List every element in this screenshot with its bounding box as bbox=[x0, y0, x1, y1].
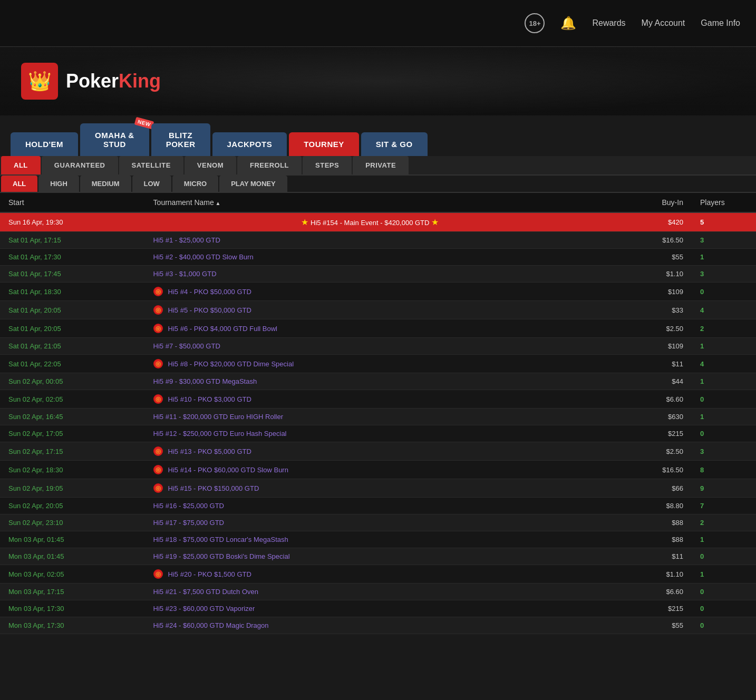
cell-buyin: $2.50 bbox=[595, 442, 692, 461]
tab-tourney[interactable]: TOURNEY bbox=[289, 132, 359, 156]
table-row[interactable]: Sat 01 Apr, 21:05Hi5 #7 - $50,000 GTD$10… bbox=[0, 338, 756, 355]
subtab-venom[interactable]: VENOM bbox=[185, 156, 236, 174]
table-row[interactable]: Mon 03 Apr, 17:15Hi5 #21 - $7,500 GTD Du… bbox=[0, 584, 756, 600]
table-row[interactable]: Sat 01 Apr, 17:30Hi5 #2 - $40,000 GTD Sl… bbox=[0, 249, 756, 266]
rewards-link[interactable]: Rewards bbox=[592, 18, 625, 28]
cell-players: 0 bbox=[692, 548, 756, 565]
cell-name: Hi5 #5 - PKO $50,000 GTD bbox=[145, 301, 595, 319]
cell-start: Sun 02 Apr, 02:05 bbox=[0, 390, 145, 409]
tournament-table: Start Tournament Name Buy-In Players Sun… bbox=[0, 193, 756, 634]
tab-sitgo[interactable]: SIT & GO bbox=[361, 132, 428, 156]
table-row[interactable]: Sat 01 Apr, 17:45Hi5 #3 - $1,000 GTD$1.1… bbox=[0, 266, 756, 283]
cell-buyin: $11 bbox=[595, 355, 692, 373]
cell-start: Sat 01 Apr, 17:45 bbox=[0, 266, 145, 283]
table-row[interactable]: Sun 02 Apr, 00:05Hi5 #9 - $30,000 GTD Me… bbox=[0, 373, 756, 390]
subtab-guaranteed[interactable]: GUARANTEED bbox=[42, 156, 118, 174]
cell-buyin: $2.50 bbox=[595, 319, 692, 338]
subtab-private[interactable]: PRIVATE bbox=[353, 156, 409, 174]
table-row[interactable]: Sun 02 Apr, 17:15Hi5 #13 - PKO $5,000 GT… bbox=[0, 442, 756, 461]
cell-start: Sun 02 Apr, 18:30 bbox=[0, 461, 145, 479]
subtab-all[interactable]: ALL bbox=[1, 156, 41, 174]
stakes-medium[interactable]: MEDIUM bbox=[80, 176, 131, 192]
cell-buyin: $215 bbox=[595, 425, 692, 442]
tab-holdem[interactable]: HOLD'EM bbox=[11, 132, 78, 156]
cell-name: Hi5 #18 - $75,000 GTD Loncar's MegaStash bbox=[145, 531, 595, 548]
cell-buyin: $16.50 bbox=[595, 461, 692, 479]
table-row[interactable]: Sun 02 Apr, 18:30Hi5 #14 - PKO $60,000 G… bbox=[0, 461, 756, 479]
cell-players: 0 bbox=[692, 600, 756, 617]
table-row[interactable]: Sun 02 Apr, 19:05Hi5 #15 - PKO $150,000 … bbox=[0, 479, 756, 498]
tab-blitz[interactable]: BLITZPOKER bbox=[151, 123, 210, 156]
tab-omaha[interactable]: OMAHA &STUD NEW bbox=[80, 123, 149, 156]
pko-icon bbox=[153, 394, 163, 404]
cell-start: Mon 03 Apr, 01:45 bbox=[0, 548, 145, 565]
table-row[interactable]: Sat 01 Apr, 20:05Hi5 #6 - PKO $4,000 GTD… bbox=[0, 319, 756, 338]
cell-players: 0 bbox=[692, 390, 756, 409]
cell-name: Hi5 #4 - PKO $50,000 GTD bbox=[145, 283, 595, 301]
cell-players: 8 bbox=[692, 461, 756, 479]
cell-start: Mon 03 Apr, 01:45 bbox=[0, 531, 145, 548]
cell-name: Hi5 #14 - PKO $60,000 GTD Slow Burn bbox=[145, 461, 595, 479]
cell-start: Sun 02 Apr, 20:05 bbox=[0, 498, 145, 514]
cell-name: Hi5 #7 - $50,000 GTD bbox=[145, 338, 595, 355]
table-row[interactable]: Sat 01 Apr, 18:30Hi5 #4 - PKO $50,000 GT… bbox=[0, 283, 756, 301]
stakes-high[interactable]: HIGH bbox=[38, 176, 79, 192]
subtab-freeroll[interactable]: FREEROLL bbox=[237, 156, 302, 174]
cell-start: Sun 02 Apr, 19:05 bbox=[0, 479, 145, 498]
cell-buyin: $109 bbox=[595, 283, 692, 301]
pko-icon bbox=[153, 569, 163, 579]
stakes-micro[interactable]: MICRO bbox=[172, 176, 218, 192]
logo: 👑 PokerKing bbox=[21, 63, 161, 100]
cell-buyin: $109 bbox=[595, 338, 692, 355]
tab-jackpots[interactable]: JACKPOTS bbox=[212, 132, 287, 156]
table-row[interactable]: Sat 01 Apr, 22:05Hi5 #8 - PKO $20,000 GT… bbox=[0, 355, 756, 373]
cell-buyin: $6.60 bbox=[595, 584, 692, 600]
table-row[interactable]: Sat 01 Apr, 17:15Hi5 #1 - $25,000 GTD$16… bbox=[0, 232, 756, 249]
table-row[interactable]: Mon 03 Apr, 17:30Hi5 #23 - $60,000 GTD V… bbox=[0, 600, 756, 617]
cell-players: 5 bbox=[692, 212, 756, 232]
my-account-link[interactable]: My Account bbox=[642, 18, 685, 28]
table-row[interactable]: Sun 02 Apr, 16:45Hi5 #11 - $200,000 GTD … bbox=[0, 409, 756, 425]
stakes-all[interactable]: ALL bbox=[1, 176, 37, 192]
cell-start: Sun 02 Apr, 16:45 bbox=[0, 409, 145, 425]
cell-players: 1 bbox=[692, 565, 756, 584]
cell-start: Sat 01 Apr, 20:05 bbox=[0, 319, 145, 338]
stakes-low[interactable]: LOW bbox=[132, 176, 171, 192]
cell-name: Hi5 #9 - $30,000 GTD MegaStash bbox=[145, 373, 595, 390]
cell-start: Mon 03 Apr, 17:30 bbox=[0, 600, 145, 617]
cell-buyin: $44 bbox=[595, 373, 692, 390]
cell-name: Hi5 #17 - $75,000 GTD bbox=[145, 514, 595, 531]
cell-start: Sat 01 Apr, 18:30 bbox=[0, 283, 145, 301]
main-game-tabs: HOLD'EM OMAHA &STUD NEW BLITZPOKER JACKP… bbox=[0, 115, 756, 156]
cell-name: Hi5 #2 - $40,000 GTD Slow Burn bbox=[145, 249, 595, 266]
table-row[interactable]: Sat 01 Apr, 20:05Hi5 #5 - PKO $50,000 GT… bbox=[0, 301, 756, 319]
cell-name: Hi5 #1 - $25,000 GTD bbox=[145, 232, 595, 249]
cell-name: Hi5 #15 - PKO $150,000 GTD bbox=[145, 479, 595, 498]
table-row[interactable]: Sun 02 Apr, 02:05Hi5 #10 - PKO $3,000 GT… bbox=[0, 390, 756, 409]
subtab-steps[interactable]: STEPS bbox=[303, 156, 352, 174]
cell-players: 1 bbox=[692, 249, 756, 266]
header-name[interactable]: Tournament Name bbox=[145, 193, 595, 212]
cell-players: 2 bbox=[692, 319, 756, 338]
game-info-link[interactable]: Game Info bbox=[701, 18, 740, 28]
table-row[interactable]: Sun 16 Apr, 19:30★ Hi5 #154 - Main Event… bbox=[0, 212, 756, 232]
cell-name: Hi5 #11 - $200,000 GTD Euro HIGH Roller bbox=[145, 409, 595, 425]
cell-buyin: $630 bbox=[595, 409, 692, 425]
notifications-bell-icon[interactable]: 🔔 bbox=[560, 16, 576, 31]
table-row[interactable]: Sun 02 Apr, 17:05Hi5 #12 - $250,000 GTD … bbox=[0, 425, 756, 442]
table-row[interactable]: Sun 02 Apr, 23:10Hi5 #17 - $75,000 GTD$8… bbox=[0, 514, 756, 531]
table-row[interactable]: Mon 03 Apr, 02:05Hi5 #20 - PKO $1,500 GT… bbox=[0, 565, 756, 584]
subtab-satellite[interactable]: SATELLITE bbox=[119, 156, 183, 174]
tournament-list: Start Tournament Name Buy-In Players Sun… bbox=[0, 193, 756, 634]
cell-name: Hi5 #23 - $60,000 GTD Vaporizer bbox=[145, 600, 595, 617]
stakes-playmoney[interactable]: PLAY MONEY bbox=[219, 176, 287, 192]
table-row[interactable]: Mon 03 Apr, 01:45Hi5 #18 - $75,000 GTD L… bbox=[0, 531, 756, 548]
age-restriction-badge: 18+ bbox=[525, 13, 545, 33]
table-header-row: Start Tournament Name Buy-In Players bbox=[0, 193, 756, 212]
table-row[interactable]: Mon 03 Apr, 17:30Hi5 #24 - $60,000 GTD M… bbox=[0, 617, 756, 634]
cell-start: Sun 02 Apr, 00:05 bbox=[0, 373, 145, 390]
table-row[interactable]: Sun 02 Apr, 20:05Hi5 #16 - $25,000 GTD$8… bbox=[0, 498, 756, 514]
table-row[interactable]: Mon 03 Apr, 01:45Hi5 #19 - $25,000 GTD B… bbox=[0, 548, 756, 565]
cell-players: 0 bbox=[692, 283, 756, 301]
stakes-tabs: ALL HIGH MEDIUM LOW MICRO PLAY MONEY bbox=[0, 176, 756, 193]
